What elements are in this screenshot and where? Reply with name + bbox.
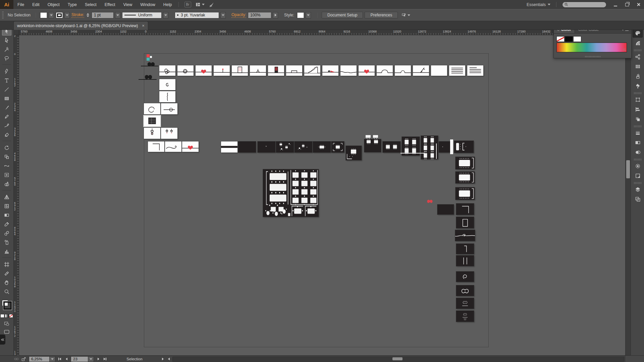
artboard-w-logo-text2[interactable] [456,311,474,322]
artboard-d-two-squares[interactable] [383,141,400,153]
menu-help[interactable]: Help [159,2,176,7]
menu-file[interactable]: File [13,2,28,7]
stroke-box[interactable] [3,301,12,310]
dock-group-grip[interactable] [634,159,641,161]
artboard-d-cluster[interactable] [421,136,438,159]
artboard-figures[interactable] [159,65,175,76]
artboard-w-wave-loop[interactable] [455,230,475,241]
free-transform-tool[interactable] [2,170,11,179]
zoom-tool[interactable] [2,287,11,296]
next-artboard-button[interactable] [95,357,101,362]
artboard-hook[interactable] [144,103,160,114]
style-dropdown[interactable] [306,12,311,18]
artboard-building-stripes[interactable] [268,65,284,76]
artboards-panel-icon[interactable] [633,195,643,203]
pen-tool[interactable] [2,67,11,76]
artboard-d-scatter1[interactable] [276,141,294,153]
artboard-dropdown[interactable] [88,356,94,362]
isolate-selected-button[interactable] [401,12,410,18]
artboard-d-two-tables-top[interactable] [364,139,381,152]
opacity-panel-link[interactable]: Opacity: [231,12,246,18]
artboard-w-corner[interactable] [456,203,474,215]
sync-settings-icon[interactable] [13,356,20,362]
cc-libraries-panel-icon[interactable] [633,53,643,61]
artboard-w-bar[interactable] [456,244,474,254]
dock-group-grip[interactable] [634,182,641,184]
fill-color-swatch[interactable] [40,12,47,18]
artboard-film-table[interactable] [455,172,475,183]
color-mode-button[interactable] [0,314,4,318]
artboard-d-bar-bracket[interactable] [454,141,474,153]
preferences-button[interactable]: Preferences [365,12,398,18]
vertical-scrollbar-thumb[interactable] [626,160,630,178]
artboard-cluster[interactable] [263,169,319,217]
type-tool[interactable] [2,76,11,85]
slice-tool[interactable] [2,269,11,278]
artboard-lamp-red[interactable] [161,128,177,139]
menu-window[interactable]: Window [136,2,159,7]
stroke-weight-dropdown[interactable] [115,12,120,18]
bridge-button[interactable]: Br [184,2,191,7]
color-guide-panel-icon[interactable] [633,39,643,47]
graphic-styles-panel-icon[interactable] [633,172,643,180]
blend-tool[interactable] [2,229,11,238]
artboard-heart-line[interactable] [182,141,199,152]
horizontal-scrollbar-thumb[interactable] [392,357,402,360]
artboard-w-door[interactable] [456,217,474,228]
menu-object[interactable]: Object [44,2,64,7]
collapse-left-flag[interactable] [0,335,5,345]
zoom-level-field[interactable]: 6,25% [29,356,50,362]
workspace-switcher[interactable]: Essentials [523,2,554,7]
swatch-none[interactable] [556,36,565,42]
hand-tool[interactable] [2,278,11,287]
scale-tool[interactable] [2,152,11,161]
artboard-gear[interactable] [177,65,194,76]
artboard-arch2[interactable] [395,65,411,76]
artboard-lamp[interactable] [144,128,160,139]
document-canvas[interactable] [19,35,625,355]
swatches-panel-icon[interactable] [633,62,643,71]
artboard-d-blank[interactable] [437,204,454,215]
gradient-tool[interactable] [2,210,11,220]
status-menu-arrow[interactable] [160,357,166,362]
artboard-corner-line[interactable] [148,141,164,152]
artboard-text-lines2[interactable] [467,65,483,76]
scroll-left-button[interactable] [166,357,172,362]
symbols-panel-icon[interactable] [633,82,643,90]
dock-group-grip[interactable] [634,49,641,51]
menu-effect[interactable]: Effect [101,2,119,7]
align-panel-icon[interactable] [633,105,643,114]
artboard-number-field[interactable]: 23 [71,356,88,362]
artboard-ear[interactable] [159,79,175,90]
ruler-origin-corner[interactable] [13,29,19,35]
shaper-tool[interactable] [2,121,11,130]
width-tool[interactable] [2,161,11,170]
rotate-tool[interactable] [2,143,11,152]
artboard-bridge[interactable] [286,65,302,76]
artboard-monocle[interactable] [161,103,177,114]
gradient-panel-icon[interactable] [633,138,643,147]
artboard-pin[interactable] [214,65,230,76]
artboard-heart-line[interactable] [196,65,212,76]
stroke-color-swatch[interactable] [56,12,63,18]
stroke-weight-field[interactable]: 1 pt [92,12,114,18]
artboard-text-lines[interactable] [449,65,465,76]
gradient-mode-button[interactable] [5,314,9,318]
stroke-panel-link[interactable]: Stroke: [71,12,84,18]
zoom-dropdown[interactable] [49,356,55,362]
touch-workspace-button[interactable] [207,2,216,8]
minimize-button[interactable] [610,0,621,9]
pencil-tool[interactable] [2,112,11,121]
style-swatch[interactable] [297,12,304,18]
search-input[interactable] [562,2,606,8]
resize-grip[interactable] [623,48,626,51]
screen-mode-button[interactable] [3,329,10,335]
document-setup-button[interactable]: Document Setup [322,12,363,18]
swatch-black[interactable] [565,36,573,42]
panel-resize-grip[interactable] [585,56,600,57]
opacity-dropdown[interactable] [273,12,278,18]
vertical-scrollbar[interactable] [625,35,631,355]
artboard-w-knot[interactable] [456,285,474,296]
paintbrush-tool[interactable] [2,103,11,112]
menu-select[interactable]: Select [81,2,101,7]
